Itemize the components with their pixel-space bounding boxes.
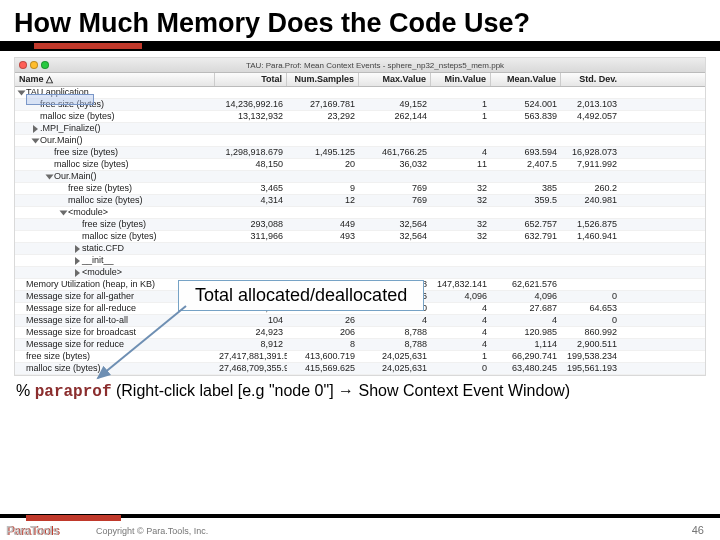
row-name-cell[interactable]: Our.Main() <box>15 171 215 182</box>
cell: 4,096 <box>431 291 491 302</box>
cell: 4 <box>431 327 491 338</box>
row-name-cell[interactable]: Message size for broadcast <box>15 327 215 338</box>
disclosure-triangle-icon[interactable] <box>75 269 80 277</box>
table-row[interactable]: malloc size (bytes)13,132,93223,292262,1… <box>15 111 705 123</box>
cell: 24,025,631 <box>359 363 431 374</box>
table-row[interactable]: Message size for reduce8,91288,78841,114… <box>15 339 705 351</box>
zoom-icon[interactable] <box>41 61 49 69</box>
row-label: malloc size (bytes) <box>82 231 157 242</box>
row-name-cell[interactable]: free size (bytes) <box>15 183 215 194</box>
highlight-tau-application <box>26 94 94 105</box>
col-total[interactable]: Total <box>215 73 287 86</box>
row-name-cell[interactable]: Our.Main() <box>15 135 215 146</box>
row-label: Message size for broadcast <box>26 327 136 338</box>
cell: 2,900.511 <box>561 339 621 350</box>
disclosure-triangle-icon[interactable] <box>18 90 26 95</box>
table-row[interactable]: static.CFD <box>15 243 705 255</box>
table-row[interactable]: free size (bytes)1,298,918.6791,495.1254… <box>15 147 705 159</box>
table-body: TAU applicationfree size (bytes)14,236,9… <box>15 87 705 375</box>
table-row[interactable]: malloc size (bytes)311,96649332,56432632… <box>15 231 705 243</box>
cell: 27,468,709,355.914 <box>215 363 287 374</box>
disclosure-triangle-icon[interactable] <box>33 125 38 133</box>
cell: 385 <box>491 183 561 194</box>
cell: 32,564 <box>359 231 431 242</box>
row-name-cell[interactable]: <module> <box>15 207 215 218</box>
row-label: .MPI_Finalize() <box>40 123 101 134</box>
cell: 1,526.875 <box>561 219 621 230</box>
table-row[interactable]: malloc size (bytes)48,1502036,032112,407… <box>15 159 705 171</box>
cell: 20 <box>287 159 359 170</box>
cell: 1 <box>431 351 491 362</box>
cell: 32,564 <box>359 219 431 230</box>
table-row[interactable]: Message size for broadcast24,9232068,788… <box>15 327 705 339</box>
table-row[interactable]: free size (bytes)14,236,992.1627,169.781… <box>15 99 705 111</box>
col-minvalue[interactable]: Min.Value <box>431 73 491 86</box>
cell: 1,298,918.679 <box>215 147 287 158</box>
disclosure-triangle-icon[interactable] <box>75 245 80 253</box>
row-name-cell[interactable]: malloc size (bytes) <box>15 195 215 206</box>
row-name-cell[interactable]: free size (bytes) <box>15 219 215 230</box>
table-row[interactable]: free size (bytes)293,08844932,56432652.7… <box>15 219 705 231</box>
row-label: <module> <box>82 267 122 278</box>
table-row[interactable]: free size (bytes)27,417,881,391.51413,60… <box>15 351 705 363</box>
col-stddev[interactable]: Std. Dev. <box>561 73 621 86</box>
row-name-cell[interactable]: Message size for all-to-all <box>15 315 215 326</box>
table-row[interactable]: TAU application <box>15 87 705 99</box>
table-row[interactable]: malloc size (bytes)27,468,709,355.914415… <box>15 363 705 375</box>
disclosure-triangle-icon[interactable] <box>75 257 80 265</box>
cell: 1,495.125 <box>287 147 359 158</box>
cell: 461,766.25 <box>359 147 431 158</box>
cell: 293,088 <box>215 219 287 230</box>
cell: 27.687 <box>491 303 561 314</box>
row-name-cell[interactable]: Message size for reduce <box>15 339 215 350</box>
table-row[interactable]: free size (bytes)3,465976932385260.2 <box>15 183 705 195</box>
table-row[interactable]: Message size for all-to-all104264440 <box>15 315 705 327</box>
window-titlebar[interactable]: TAU: Para.Prof: Mean Context Events - sp… <box>15 58 705 73</box>
cell: 66,290.741 <box>491 351 561 362</box>
cell: 195,561.193 <box>561 363 621 374</box>
paratools-logo: ParaTools <box>6 524 59 538</box>
disclosure-triangle-icon[interactable] <box>60 210 68 215</box>
cell: 199,538.234 <box>561 351 621 362</box>
minimize-icon[interactable] <box>30 61 38 69</box>
cell: 415,569.625 <box>287 363 359 374</box>
table-row[interactable]: __init__ <box>15 255 705 267</box>
cell: 260.2 <box>561 183 621 194</box>
row-label: malloc size (bytes) <box>40 111 115 122</box>
row-name-cell[interactable]: static.CFD <box>15 243 215 254</box>
col-meanvalue[interactable]: Mean.Value <box>491 73 561 86</box>
cell: 493 <box>287 231 359 242</box>
row-name-cell[interactable]: .MPI_Finalize() <box>15 123 215 134</box>
cell: 240.981 <box>561 195 621 206</box>
row-name-cell[interactable]: __init__ <box>15 255 215 266</box>
row-name-cell[interactable]: free size (bytes) <box>15 147 215 158</box>
row-label: free size (bytes) <box>54 147 118 158</box>
close-icon[interactable] <box>19 61 27 69</box>
table-row[interactable]: Our.Main() <box>15 135 705 147</box>
table-header[interactable]: Name △ Total Num.Samples Max.Value Min.V… <box>15 73 705 87</box>
table-row[interactable]: <module> <box>15 207 705 219</box>
row-name-cell[interactable]: malloc size (bytes) <box>15 159 215 170</box>
cell: 413,600.719 <box>287 351 359 362</box>
disclosure-triangle-icon[interactable] <box>46 174 54 179</box>
cell: 147,832.141 <box>431 279 491 290</box>
row-label: malloc size (bytes) <box>26 363 101 374</box>
row-name-cell[interactable]: malloc size (bytes) <box>15 231 215 242</box>
table-row[interactable]: malloc size (bytes)4,3141276932359.5240.… <box>15 195 705 207</box>
row-name-cell[interactable]: malloc size (bytes) <box>15 363 215 374</box>
row-name-cell[interactable]: malloc size (bytes) <box>15 111 215 122</box>
cell: 4,096 <box>491 291 561 302</box>
table-row[interactable]: .MPI_Finalize() <box>15 123 705 135</box>
slide-title: How Much Memory Does the Code Use? <box>0 0 720 41</box>
row-name-cell[interactable]: free size (bytes) <box>15 351 215 362</box>
disclosure-triangle-icon[interactable] <box>32 138 40 143</box>
cell: 693.594 <box>491 147 561 158</box>
table-row[interactable]: <module> <box>15 267 705 279</box>
table-row[interactable]: Our.Main() <box>15 171 705 183</box>
col-name[interactable]: Name △ <box>15 73 215 86</box>
row-name-cell[interactable]: <module> <box>15 267 215 278</box>
col-numsamples[interactable]: Num.Samples <box>287 73 359 86</box>
cell: 8,912 <box>215 339 287 350</box>
col-maxvalue[interactable]: Max.Value <box>359 73 431 86</box>
cell: 27,417,881,391.51 <box>215 351 287 362</box>
